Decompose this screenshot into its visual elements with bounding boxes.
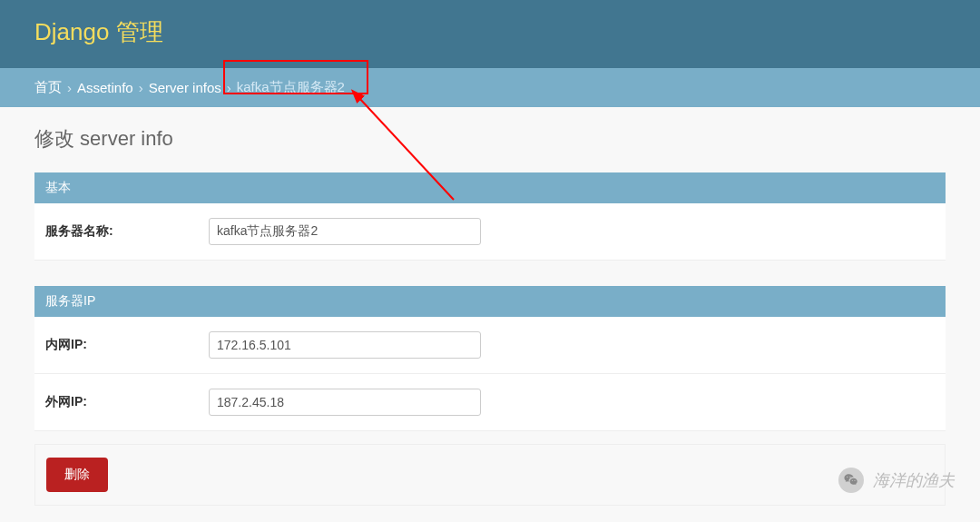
page-title: 修改 server info xyxy=(34,125,946,153)
content: 修改 server info 基本 服务器名称: 服务器IP 内网IP: 外网I… xyxy=(0,107,980,522)
internal-ip-label: 内网IP: xyxy=(45,337,209,353)
breadcrumb-separator: › xyxy=(67,80,72,95)
server-name-label: 服务器名称: xyxy=(45,223,209,240)
breadcrumb: 首页 › Assetinfo › Server infos › kafka节点服… xyxy=(0,68,980,107)
submit-row: 删除 xyxy=(34,444,946,506)
external-ip-input[interactable] xyxy=(209,389,481,416)
external-ip-label: 外网IP: xyxy=(45,394,209,410)
breadcrumb-server-infos[interactable]: Server infos xyxy=(149,80,221,95)
breadcrumb-home[interactable]: 首页 xyxy=(34,79,62,96)
breadcrumb-assetinfo[interactable]: Assetinfo xyxy=(77,80,133,95)
fieldset-basic-legend: 基本 xyxy=(34,172,946,203)
header-bar: Django 管理 xyxy=(0,0,980,68)
field-row-internal-ip: 内网IP: xyxy=(34,317,946,374)
site-title: Django 管理 xyxy=(34,16,946,48)
internal-ip-input[interactable] xyxy=(209,331,481,359)
delete-button[interactable]: 删除 xyxy=(46,458,108,492)
field-row-external-ip: 外网IP: xyxy=(34,374,946,431)
breadcrumb-separator: › xyxy=(227,80,231,95)
field-row-server-name: 服务器名称: xyxy=(34,203,946,261)
breadcrumb-current: kafka节点服务器2 xyxy=(237,79,345,96)
breadcrumb-separator: › xyxy=(139,80,143,95)
fieldset-ip-legend: 服务器IP xyxy=(34,286,946,317)
server-name-input[interactable] xyxy=(209,218,481,245)
